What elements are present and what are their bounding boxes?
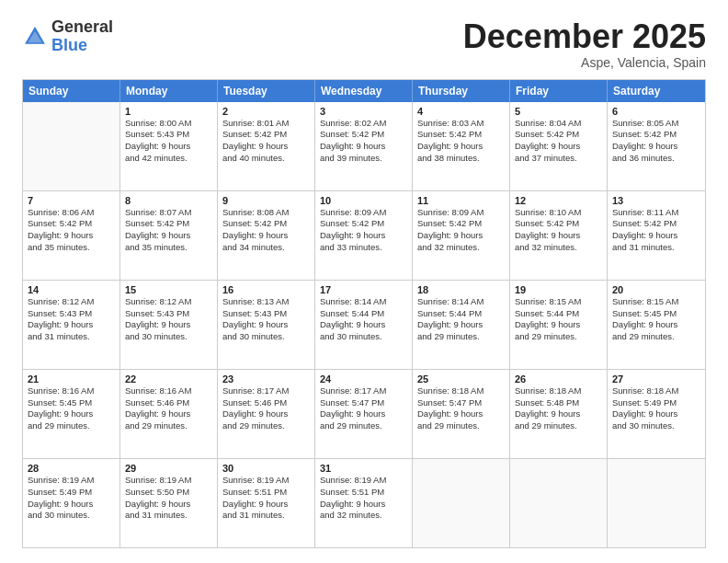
day-number: 29 <box>125 463 212 474</box>
calendar-cell: 25Sunrise: 8:18 AMSunset: 5:47 PMDayligh… <box>413 370 510 458</box>
day-number: 22 <box>125 373 212 385</box>
calendar-row-5: 28Sunrise: 8:19 AMSunset: 5:49 PMDayligh… <box>23 458 705 547</box>
day-number: 8 <box>125 195 212 206</box>
day-number: 16 <box>222 284 310 295</box>
day-info: Sunrise: 8:09 AMSunset: 5:42 PMDaylight:… <box>417 207 505 254</box>
calendar-cell: 6Sunrise: 8:05 AMSunset: 5:42 PMDaylight… <box>608 102 705 190</box>
calendar-header: SundayMondayTuesdayWednesdayThursdayFrid… <box>23 80 705 102</box>
day-info: Sunrise: 8:18 AMSunset: 5:48 PMDaylight:… <box>515 385 602 432</box>
day-number: 21 <box>28 373 115 385</box>
day-number: 6 <box>612 106 700 117</box>
day-number: 9 <box>222 195 310 206</box>
day-number: 10 <box>320 195 407 206</box>
day-info: Sunrise: 8:16 AMSunset: 5:46 PMDaylight:… <box>125 385 212 432</box>
calendar-cell: 24Sunrise: 8:17 AMSunset: 5:47 PMDayligh… <box>315 370 413 458</box>
day-info: Sunrise: 8:12 AMSunset: 5:43 PMDaylight:… <box>125 296 212 343</box>
day-info: Sunrise: 8:14 AMSunset: 5:44 PMDaylight:… <box>320 296 407 343</box>
calendar-cell: 22Sunrise: 8:16 AMSunset: 5:46 PMDayligh… <box>120 370 218 458</box>
day-number: 18 <box>417 284 505 295</box>
calendar-row-4: 21Sunrise: 8:16 AMSunset: 5:45 PMDayligh… <box>23 369 705 458</box>
day-info: Sunrise: 8:16 AMSunset: 5:45 PMDaylight:… <box>28 385 115 432</box>
day-info: Sunrise: 8:09 AMSunset: 5:42 PMDaylight:… <box>320 207 407 254</box>
calendar-cell: 16Sunrise: 8:13 AMSunset: 5:43 PMDayligh… <box>218 281 315 369</box>
day-number: 4 <box>417 106 505 117</box>
calendar-row-2: 7Sunrise: 8:06 AMSunset: 5:42 PMDaylight… <box>23 190 705 280</box>
calendar-cell: 11Sunrise: 8:09 AMSunset: 5:42 PMDayligh… <box>413 191 510 280</box>
day-info: Sunrise: 8:10 AMSunset: 5:42 PMDaylight:… <box>515 207 602 254</box>
day-info: Sunrise: 8:06 AMSunset: 5:42 PMDaylight:… <box>28 207 115 254</box>
calendar-cell <box>23 102 120 190</box>
day-info: Sunrise: 8:02 AMSunset: 5:42 PMDaylight:… <box>320 118 407 165</box>
day-number: 11 <box>417 195 505 206</box>
day-info: Sunrise: 8:19 AMSunset: 5:51 PMDaylight:… <box>320 475 407 522</box>
page: General Blue December 2025 Aspe, Valenci… <box>0 0 728 563</box>
calendar-cell: 5Sunrise: 8:04 AMSunset: 5:42 PMDaylight… <box>510 102 608 190</box>
day-info: Sunrise: 8:18 AMSunset: 5:47 PMDaylight:… <box>417 385 505 432</box>
day-number: 13 <box>612 195 700 206</box>
calendar-cell: 9Sunrise: 8:08 AMSunset: 5:42 PMDaylight… <box>218 191 315 280</box>
day-info: Sunrise: 8:13 AMSunset: 5:43 PMDaylight:… <box>222 296 310 343</box>
day-header-tuesday: Tuesday <box>218 80 315 102</box>
day-header-saturday: Saturday <box>608 80 705 102</box>
day-info: Sunrise: 8:03 AMSunset: 5:42 PMDaylight:… <box>417 118 505 165</box>
calendar-cell: 20Sunrise: 8:15 AMSunset: 5:45 PMDayligh… <box>608 281 705 369</box>
day-number: 14 <box>28 284 115 295</box>
day-number: 20 <box>612 284 700 295</box>
calendar-cell: 19Sunrise: 8:15 AMSunset: 5:44 PMDayligh… <box>510 281 608 369</box>
day-number: 27 <box>612 373 700 385</box>
day-info: Sunrise: 8:08 AMSunset: 5:42 PMDaylight:… <box>222 207 310 254</box>
calendar-cell: 28Sunrise: 8:19 AMSunset: 5:49 PMDayligh… <box>23 459 120 547</box>
day-info: Sunrise: 8:00 AMSunset: 5:43 PMDaylight:… <box>125 118 212 165</box>
day-number: 25 <box>417 373 505 385</box>
day-header-friday: Friday <box>510 80 608 102</box>
logo-general-text: General <box>51 18 113 37</box>
day-header-thursday: Thursday <box>413 80 510 102</box>
calendar-row-3: 14Sunrise: 8:12 AMSunset: 5:43 PMDayligh… <box>23 280 705 369</box>
day-info: Sunrise: 8:19 AMSunset: 5:50 PMDaylight:… <box>125 475 212 522</box>
day-number: 17 <box>320 284 407 295</box>
calendar-cell: 2Sunrise: 8:01 AMSunset: 5:42 PMDaylight… <box>218 102 315 190</box>
day-number: 3 <box>320 106 407 117</box>
calendar-cell: 10Sunrise: 8:09 AMSunset: 5:42 PMDayligh… <box>315 191 413 280</box>
logo-blue-text: Blue <box>51 37 113 55</box>
day-info: Sunrise: 8:19 AMSunset: 5:51 PMDaylight:… <box>222 475 310 522</box>
day-info: Sunrise: 8:07 AMSunset: 5:42 PMDaylight:… <box>125 207 212 254</box>
day-number: 23 <box>222 373 310 385</box>
day-number: 31 <box>320 463 407 474</box>
day-header-sunday: Sunday <box>23 80 120 102</box>
calendar-cell: 29Sunrise: 8:19 AMSunset: 5:50 PMDayligh… <box>120 459 218 547</box>
calendar-row-1: 1Sunrise: 8:00 AMSunset: 5:43 PMDaylight… <box>23 102 705 190</box>
calendar-cell: 31Sunrise: 8:19 AMSunset: 5:51 PMDayligh… <box>315 459 413 547</box>
calendar-cell: 18Sunrise: 8:14 AMSunset: 5:44 PMDayligh… <box>413 281 510 369</box>
day-info: Sunrise: 8:01 AMSunset: 5:42 PMDaylight:… <box>222 118 310 165</box>
day-number: 19 <box>515 284 602 295</box>
day-info: Sunrise: 8:04 AMSunset: 5:42 PMDaylight:… <box>515 118 602 165</box>
calendar-cell <box>510 459 608 547</box>
calendar-cell: 8Sunrise: 8:07 AMSunset: 5:42 PMDaylight… <box>120 191 218 280</box>
day-number: 15 <box>125 284 212 295</box>
calendar-cell: 4Sunrise: 8:03 AMSunset: 5:42 PMDaylight… <box>413 102 510 190</box>
calendar-cell: 14Sunrise: 8:12 AMSunset: 5:43 PMDayligh… <box>23 281 120 369</box>
day-info: Sunrise: 8:17 AMSunset: 5:47 PMDaylight:… <box>320 385 407 432</box>
day-info: Sunrise: 8:18 AMSunset: 5:49 PMDaylight:… <box>612 385 700 432</box>
day-number: 28 <box>28 463 115 474</box>
day-info: Sunrise: 8:14 AMSunset: 5:44 PMDaylight:… <box>417 296 505 343</box>
day-info: Sunrise: 8:15 AMSunset: 5:44 PMDaylight:… <box>515 296 602 343</box>
calendar-body: 1Sunrise: 8:00 AMSunset: 5:43 PMDaylight… <box>23 102 705 547</box>
title-block: December 2025 Aspe, Valencia, Spain <box>463 18 706 70</box>
day-number: 12 <box>515 195 602 206</box>
calendar-cell: 21Sunrise: 8:16 AMSunset: 5:45 PMDayligh… <box>23 370 120 458</box>
calendar-cell: 23Sunrise: 8:17 AMSunset: 5:46 PMDayligh… <box>218 370 315 458</box>
day-number: 2 <box>222 106 310 117</box>
day-number: 7 <box>28 195 115 206</box>
logo: General Blue <box>22 18 113 55</box>
day-number: 1 <box>125 106 212 117</box>
calendar-cell: 15Sunrise: 8:12 AMSunset: 5:43 PMDayligh… <box>120 281 218 369</box>
logo-text: General Blue <box>51 18 113 55</box>
calendar: SundayMondayTuesdayWednesdayThursdayFrid… <box>22 79 706 548</box>
day-header-monday: Monday <box>120 80 218 102</box>
day-number: 5 <box>515 106 602 117</box>
day-number: 30 <box>222 463 310 474</box>
month-title: December 2025 <box>463 18 706 55</box>
day-info: Sunrise: 8:17 AMSunset: 5:46 PMDaylight:… <box>222 385 310 432</box>
